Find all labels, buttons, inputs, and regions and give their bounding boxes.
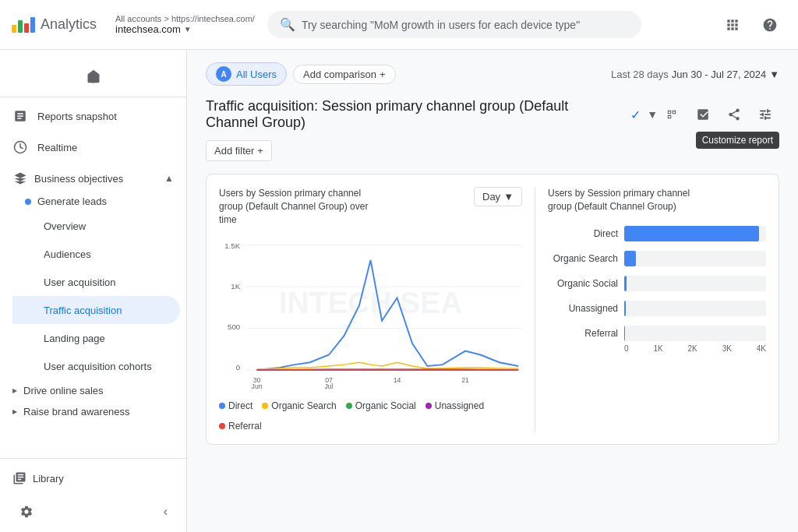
sidebar-icon-home[interactable] [79,62,108,90]
day-chevron-icon: ▼ [503,191,514,203]
apps-button[interactable] [717,9,748,41]
legend-unassigned-label: Unassigned [435,400,484,411]
business-objectives-header[interactable]: Business objectives ▲ [0,166,186,191]
legend-unassigned: Unassigned [425,400,484,411]
sidebar-collapse-button[interactable]: ‹ [157,502,174,522]
filter-left: A All Users Add comparison + [206,62,396,86]
bar-fill-organic-search [624,251,636,266]
topbar-actions [717,9,786,41]
content-area: A All Users Add comparison + Last 28 day… [187,50,798,532]
library-icon [12,471,26,485]
add-filter-button[interactable]: Add filter + [206,140,272,161]
compare-icon [665,107,679,122]
verified-icon: ✓ [630,107,641,122]
generate-leads-section: Generate leads Overview Audiences User a… [0,191,186,380]
customize-button[interactable]: Customize report [751,100,779,129]
date-range-selector[interactable]: Last 28 days Jun 30 - Jul 27, 2024 ▼ [611,69,779,80]
bar-row-referral: Referral [548,326,766,341]
insights-button[interactable] [689,100,717,129]
chart-divider [535,187,535,432]
svg-text:14: 14 [394,377,401,385]
sidebar-item-reports-snapshot[interactable]: Reports snapshot [0,100,180,132]
charts-container: Users by Session primary channel group (… [206,174,779,445]
date-chevron-icon: ▼ [769,69,779,80]
apps-icon [725,17,740,33]
line-chart-svg: 1.5K 1K 500 0 30 Jun 07 [219,235,522,391]
bar-axis-1k: 1K [653,344,662,353]
raise-brand-awareness-label: Raise brand awareness [23,406,130,417]
sidebar-child-traffic-acquisition[interactable]: Traffic acquisition [12,296,180,324]
add-comparison-button[interactable]: Add comparison + [293,65,396,84]
share-button[interactable] [720,100,748,129]
bar-track-referral [624,326,766,341]
search-placeholder-text: Try searching "MoM growth in users for e… [302,19,580,31]
bar-fill-organic-social [624,276,627,291]
bar-row-unassigned: Unassigned [548,301,766,316]
bar-label-direct: Direct [548,228,618,239]
sidebar-child-overview[interactable]: Overview [12,212,180,240]
title-chevron-icon[interactable]: ▼ [647,108,658,121]
customize-icon [758,107,772,122]
search-bar[interactable]: 🔍 Try searching "MoM growth in users for… [267,11,641,38]
sidebar-child-landing-page[interactable]: Landing page [12,324,180,352]
sidebar-child-audiences[interactable]: Audiences [12,240,180,268]
account-name[interactable]: intechsea.com ▼ [115,23,255,35]
chart-title-text: Traffic acquisition: Session primary cha… [206,98,624,131]
svg-text:Jul: Jul [324,383,333,391]
drive-online-sales-header[interactable]: ▶ Drive online sales [0,380,186,401]
legend-organic-social-dot [346,403,352,409]
bar-label-organic-search: Organic Search [548,253,618,264]
sidebar-bottom: Library ‹ [0,458,186,532]
user-avatar: A [216,66,231,82]
svg-text:500: 500 [228,323,241,332]
search-icon: 🔍 [280,17,295,32]
legend-referral-dot [219,423,225,429]
sidebar-library[interactable]: Library [12,465,174,491]
date-prefix: Last 28 days [611,69,669,80]
legend-organic-search-dot [262,403,268,409]
realtime-icon [12,139,28,155]
legend-organic-search-label: Organic Search [271,400,336,411]
chart-title: Traffic acquisition: Session primary cha… [206,98,658,131]
raise-brand-awareness-bullet: ▶ [12,408,17,415]
legend-organic-social-label: Organic Social [355,400,416,411]
line-chart-section: Users by Session primary channel group (… [219,187,522,432]
drive-online-sales-label: Drive online sales [23,385,104,396]
bar-axis-4k: 4K [757,344,766,353]
legend-direct-label: Direct [228,400,252,411]
help-icon [762,17,778,33]
date-range-value: Jun 30 - Jul 27, 2024 [672,69,766,80]
all-users-label: All Users [236,69,277,80]
drive-online-sales-bullet: ▶ [12,387,17,394]
raise-brand-awareness-header[interactable]: ▶ Raise brand awareness [0,401,186,422]
topbar-title: Analytics [41,16,97,33]
sidebar-item-realtime[interactable]: Realtime [0,132,180,163]
sidebar-child-user-acquisition[interactable]: User acquisition [12,268,180,296]
account-chevron-icon: ▼ [184,25,192,33]
all-users-chip[interactable]: A All Users [206,62,287,86]
sidebar-settings-button[interactable] [12,498,41,526]
add-filter-label: Add filter [214,145,254,157]
bar-axis-3k: 3K [722,344,732,353]
business-objectives-label: Business objectives [34,173,123,185]
chart-legend: Direct Organic Search Organic Social [219,400,522,432]
bar-chart-section: Users by Session primary channel group (… [548,187,766,432]
compare-view-button[interactable] [658,100,686,129]
sidebar-item-generate-leads[interactable]: Generate leads [12,191,186,212]
bar-track-organic-social [624,276,766,291]
line-chart-subtitle: Users by Session primary channel group (… [219,187,375,226]
day-selector[interactable]: Day ▼ [474,187,522,206]
bar-row-direct: Direct [548,226,766,241]
reports-snapshot-icon [12,108,28,124]
line-chart-header: Users by Session primary channel group (… [219,187,522,226]
bar-axis: 0 1K 2K 3K 4K [548,344,766,353]
sidebar: Reports snapshot Realtime Business [0,50,187,532]
svg-text:1K: 1K [231,282,240,291]
account-selector[interactable]: All accounts > https://intechsea.com/ in… [115,14,255,35]
chart-actions: Customize report [658,100,779,129]
bar-label-organic-social: Organic Social [548,278,618,289]
sidebar-child-user-acquisition-cohorts[interactable]: User acquisition cohorts [12,352,180,380]
help-button[interactable] [754,9,786,41]
bar-axis-0: 0 [624,344,629,353]
bar-label-referral: Referral [548,328,618,339]
